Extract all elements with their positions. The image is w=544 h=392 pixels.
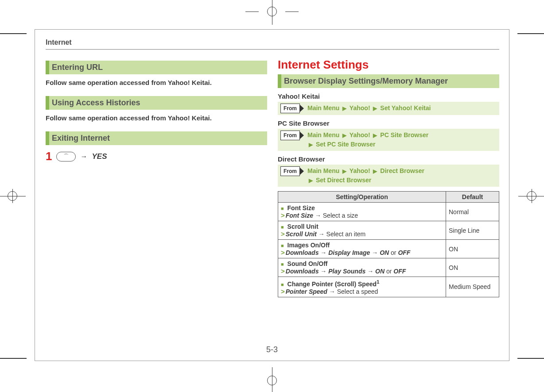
chapter-title: Internet: [46, 38, 72, 46]
default-cell: ON: [446, 240, 499, 258]
breadcrumb-path: Main Menu ▶ Yahoo! ▶ Direct Browser ▶ Se…: [307, 166, 424, 185]
table-row: ■ Scroll Unit>Scroll Unit → Select an it…: [278, 221, 499, 240]
breadcrumb-path: Main Menu ▶ Yahoo! ▶ Set Yahoo! Keitai: [307, 104, 431, 113]
step-1-row: 1 ⌒ → YES: [46, 150, 267, 163]
registration-mark-left: [0, 183, 26, 209]
step-yes: YES: [92, 152, 107, 161]
heading-internet-settings: Internet Settings: [278, 58, 499, 72]
from-badge: From: [280, 166, 304, 176]
table-row: ■ Images On/Off>Downloads → Display Imag…: [278, 240, 499, 258]
page-frame: Internet Entering URL Follow same operat…: [35, 29, 509, 361]
entering-url-body: Follow same operation accessed from Yaho…: [46, 79, 267, 86]
browser-mode-label: Yahoo! Keitai: [278, 92, 499, 100]
from-breadcrumb: FromMain Menu ▶ Yahoo! ▶ PC Site Browser…: [278, 129, 499, 151]
table-row: ■ Sound On/Off>Downloads → Play Sounds →…: [278, 258, 499, 277]
default-cell: Medium Speed: [446, 277, 499, 297]
browser-mode-label: PC Site Browser: [278, 119, 499, 127]
registration-mark-top: [259, 0, 285, 25]
breadcrumb-path: Main Menu ▶ Yahoo! ▶ PC Site Browser ▶ S…: [307, 131, 428, 149]
registration-mark-bottom: [259, 367, 285, 392]
end-key-icon: ⌒: [56, 152, 76, 161]
default-cell: Normal: [446, 203, 499, 221]
chapter-rule: [46, 49, 499, 50]
left-column: Entering URL Follow same operation acces…: [46, 58, 267, 163]
crop-mark: [513, 337, 544, 368]
browser-mode-label: Direct Browser: [278, 155, 499, 163]
col-setting: Setting/Operation: [278, 192, 446, 203]
default-cell: ON: [446, 258, 499, 277]
step-number: 1: [46, 150, 52, 163]
registration-mark-right: [518, 183, 544, 209]
table-row: ■ Font Size>Font Size → Select a sizeNor…: [278, 203, 499, 221]
section-using-access-histories: Using Access Histories: [46, 96, 267, 110]
section-entering-url: Entering URL: [46, 61, 267, 74]
using-access-histories-body: Follow same operation accessed from Yaho…: [46, 114, 267, 122]
setting-cell: ■ Font Size>Font Size → Select a size: [278, 203, 446, 221]
setting-cell: ■ Change Pointer (Scroll) Speed1>Pointer…: [278, 277, 446, 297]
default-cell: Single Line: [446, 221, 499, 240]
section-exiting-internet: Exiting Internet: [46, 131, 267, 145]
setting-cell: ■ Scroll Unit>Scroll Unit → Select an it…: [278, 221, 446, 240]
from-breadcrumb: FromMain Menu ▶ Yahoo! ▶ Direct Browser …: [278, 165, 499, 187]
crop-mark: [0, 24, 31, 55]
right-column: Internet Settings Browser Display Settin…: [278, 58, 499, 297]
col-default: Default: [446, 192, 499, 203]
settings-table: Setting/Operation Default ■ Font Size>Fo…: [278, 191, 499, 297]
crop-mark: [0, 337, 31, 368]
from-badge: From: [280, 104, 304, 113]
setting-cell: ■ Images On/Off>Downloads → Display Imag…: [278, 240, 446, 258]
page-number: 5-3: [266, 345, 278, 354]
from-breadcrumb: FromMain Menu ▶ Yahoo! ▶ Set Yahoo! Keit…: [278, 102, 499, 115]
setting-cell: ■ Sound On/Off>Downloads → Play Sounds →…: [278, 258, 446, 277]
table-row: ■ Change Pointer (Scroll) Speed1>Pointer…: [278, 277, 499, 297]
section-browser-display-settings: Browser Display Settings/Memory Manager: [278, 74, 499, 88]
arrow-icon: →: [80, 153, 87, 161]
crop-mark: [513, 24, 544, 55]
from-badge: From: [280, 131, 304, 140]
